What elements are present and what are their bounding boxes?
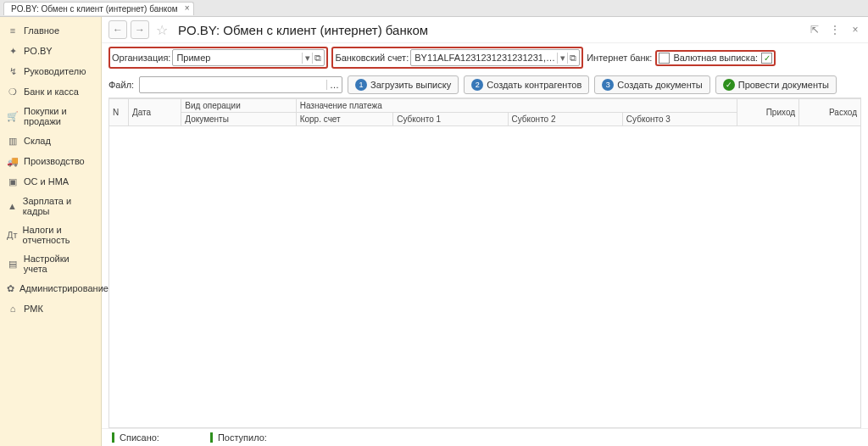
gear-icon: ✿	[7, 282, 14, 294]
sidebar-item-manager[interactable]: ↯Руководителю	[0, 61, 101, 81]
doc-icon: ▤	[7, 258, 19, 270]
tabbar: PO.BY: Обмен с клиент (интернет) банком …	[0, 0, 868, 17]
page-title: PO.BY: Обмен с клиент (интернет) банком	[178, 23, 805, 37]
internet-checkbox[interactable]	[659, 53, 670, 64]
sidebar-item-label: Руководителю	[24, 66, 86, 76]
building-icon: ▣	[7, 176, 19, 187]
org-filter-group: Организация: Пример ▾ ⧉	[108, 47, 328, 69]
debit-icon: Дт	[7, 229, 18, 241]
sidebar-item-rmk[interactable]: ⌂РМК	[0, 298, 101, 319]
currency-filter-group: Валютная выписка: ✓	[655, 50, 776, 66]
sidebar-item-poby[interactable]: ✦PO.BY	[0, 41, 101, 61]
file-input[interactable]: …	[139, 76, 342, 93]
more-icon[interactable]: ⋮	[829, 24, 841, 36]
bank-select[interactable]: BY11ALFA1231231231231231, ЗАО "Альфа-Бан…	[410, 49, 580, 66]
step3-icon: 3	[602, 79, 614, 91]
sidebar-item-assets[interactable]: ▣ОС и НМА	[0, 171, 101, 192]
col-sub3[interactable]: Субконто 3	[622, 113, 737, 126]
create-contractors-button[interactable]: 2Создать контрагентов	[464, 75, 589, 94]
person-icon: ▲	[7, 200, 18, 212]
col-op[interactable]: Вид операции	[181, 99, 296, 113]
col-expense[interactable]: Расход	[799, 99, 861, 126]
cart-icon: 🛒	[7, 110, 19, 122]
sidebar-item-bank[interactable]: ❍Банк и касса	[0, 81, 101, 102]
sidebar: ≡Главное ✦PO.BY ↯Руководителю ❍Банк и ка…	[0, 17, 102, 446]
col-n[interactable]: N	[109, 99, 129, 126]
sidebar-item-label: PO.BY	[24, 46, 53, 56]
col-sub2[interactable]: Субконто 2	[508, 113, 622, 126]
pos-icon: ⌂	[7, 303, 19, 315]
sidebar-item-label: Склад	[24, 136, 51, 146]
tab-close-icon[interactable]: ×	[185, 3, 190, 13]
sidebar-item-label: Покупки и продажи	[24, 106, 94, 126]
titlebar: ← → ☆ PO.BY: Обмен с клиент (интернет) б…	[102, 17, 868, 43]
tab-exchange[interactable]: PO.BY: Обмен с клиент (интернет) банком …	[3, 2, 194, 15]
currency-checkbox[interactable]: ✓	[761, 53, 772, 64]
step1-icon: 1	[355, 79, 367, 91]
chart-icon: ↯	[7, 65, 19, 77]
table-header-1: N Дата Вид операции Назначение платежа П…	[109, 99, 861, 113]
col-sub1[interactable]: Субконто 1	[393, 113, 508, 126]
check-icon: ✓	[723, 79, 735, 91]
step2-icon: 2	[471, 79, 483, 91]
grid-body[interactable]	[108, 126, 861, 428]
btn-label: Провести документы	[738, 80, 829, 90]
sidebar-item-warehouse[interactable]: ▥Склад	[0, 131, 101, 151]
btn-label: Создать документы	[617, 80, 702, 90]
footer: Списано: Поступило:	[102, 428, 868, 446]
sidebar-item-sales[interactable]: 🛒Покупки и продажи	[0, 102, 101, 131]
forward-button[interactable]: →	[131, 20, 149, 39]
open-icon[interactable]: ⧉	[567, 53, 576, 64]
bank-label: Банковский счет:	[335, 53, 409, 63]
file-label: Файл:	[108, 80, 134, 90]
org-value: Пример	[176, 53, 300, 63]
grid: N Дата Вид операции Назначение платежа П…	[108, 98, 861, 428]
sidebar-item-label: Банк и касса	[24, 86, 79, 97]
link-icon[interactable]: ⇱	[809, 24, 821, 36]
org-select[interactable]: Пример ▾ ⧉	[172, 49, 325, 66]
sidebar-item-label: Зарплата и кадры	[23, 196, 94, 216]
chevron-down-icon[interactable]: ▾	[302, 53, 310, 64]
boxes-icon: ▥	[7, 135, 19, 147]
post-documents-button[interactable]: ✓Провести документы	[715, 75, 837, 94]
close-icon[interactable]: ×	[849, 24, 861, 36]
sidebar-item-label: Налоги и отчетность	[23, 225, 95, 245]
sidebar-item-label: Производство	[24, 156, 85, 166]
actions-row: Файл: … 1Загрузить выписку 2Создать конт…	[102, 72, 868, 98]
favorite-icon[interactable]: ☆	[153, 20, 171, 39]
back-button[interactable]: ←	[108, 20, 127, 39]
sidebar-item-label: Настройки учета	[24, 254, 94, 274]
sidebar-item-label: Администрирование	[19, 283, 108, 293]
spisano-label: Списано:	[112, 432, 159, 443]
truck-icon: 🚚	[7, 155, 19, 167]
col-docs[interactable]: Документы	[181, 113, 296, 126]
bank-filter-group: Банковский счет: BY11ALFA123123123123123…	[331, 47, 583, 69]
sidebar-item-label: ОС и НМА	[24, 176, 69, 187]
col-date[interactable]: Дата	[128, 99, 181, 126]
col-purpose[interactable]: Назначение платежа	[296, 99, 737, 113]
sidebar-item-salary[interactable]: ▲Зарплата и кадры	[0, 192, 101, 220]
menu-icon: ≡	[7, 25, 19, 36]
sidebar-item-admin[interactable]: ✿Администрирование	[0, 278, 101, 298]
wallet-icon: ❍	[7, 86, 19, 98]
col-income[interactable]: Приход	[737, 99, 799, 126]
org-label: Организация:	[112, 53, 170, 63]
sidebar-item-label: РМК	[24, 304, 43, 314]
currency-label: Валютная выписка:	[673, 53, 758, 63]
file-browse-icon[interactable]: …	[326, 80, 342, 90]
sidebar-item-settings[interactable]: ▤Настройки учета	[0, 249, 101, 278]
create-documents-button[interactable]: 3Создать документы	[594, 75, 709, 94]
chevron-down-icon[interactable]: ▾	[557, 53, 565, 64]
filters-row: Организация: Пример ▾ ⧉ Банковский счет:…	[102, 43, 868, 72]
col-korr[interactable]: Корр. счет	[296, 113, 393, 126]
btn-label: Создать контрагентов	[487, 80, 581, 90]
btn-label: Загрузить выписку	[370, 80, 451, 90]
sidebar-item-production[interactable]: 🚚Производство	[0, 151, 101, 171]
load-statement-button[interactable]: 1Загрузить выписку	[348, 75, 459, 94]
internet-label: Интернет банк:	[587, 53, 652, 63]
open-icon[interactable]: ⧉	[312, 53, 320, 64]
sidebar-item-main[interactable]: ≡Главное	[0, 20, 101, 41]
sidebar-item-tax[interactable]: ДтНалоги и отчетность	[0, 220, 101, 249]
bank-value: BY11ALFA1231231231231231, ЗАО "Альфа-Бан…	[415, 53, 555, 63]
star-icon: ✦	[7, 45, 19, 57]
